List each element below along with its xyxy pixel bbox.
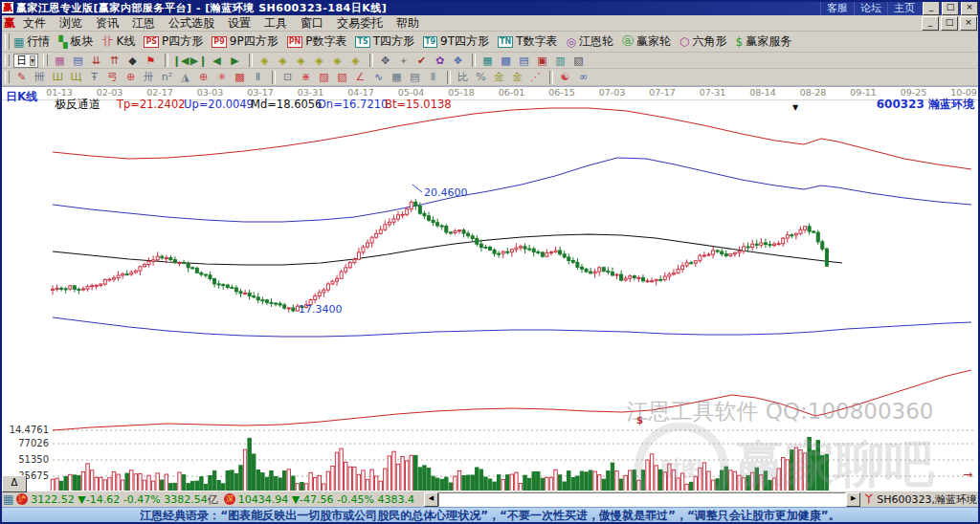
list-tool-icon[interactable]: ▤ [407,70,423,84]
expand-bars-icon[interactable]: ⇈ [106,54,122,68]
compare-icon[interactable]: 比 [455,70,471,84]
child-close-button[interactable]: × [960,16,977,31]
minimize-button[interactable]: _ [923,1,940,15]
zoom-diamond-left-icon[interactable]: ◈ [256,54,273,68]
square-numbers-icon[interactable]: n² [159,70,175,84]
wave-tool-icon[interactable]: ∿ [370,70,387,84]
horizontal-scrollbar[interactable]: ◀ ▶ [424,493,860,506]
kline-window-icon[interactable]: ▦ [52,54,68,68]
menu-item-news[interactable]: 资讯 [96,15,119,32]
infinity-icon[interactable]: ∞ [575,70,591,84]
grid-lines-icon[interactable]: 卌 [32,70,48,84]
zoom-diamond-center-icon[interactable]: ◈ [329,54,345,68]
gann-grid2-icon[interactable]: Щ [68,70,84,84]
gann-flower-icon[interactable]: ✿ [432,54,448,68]
box-select-icon[interactable]: ⊡ [279,70,296,84]
toolbar-gann-wheel-button[interactable]: ◎江恩轮 [567,33,613,50]
menu-item-window[interactable]: 窗口 [301,15,323,32]
toolbar-winner-service-button[interactable]: $赢家服务 [735,33,791,50]
scroll-right-icon[interactable]: ▶ [846,492,860,507]
calculator-icon[interactable]: ▩ [498,54,514,68]
child-minimize-button[interactable]: _ [922,16,939,31]
gann-grid-icon[interactable]: Ш [50,70,66,84]
expand-volume-button[interactable]: Δ [2,475,27,492]
zoom-diamond-right-icon[interactable]: ◈ [275,54,291,68]
menu-item-settings[interactable]: 设置 [228,15,251,32]
toolbar-p-square-button[interactable]: PSP四方形 [144,33,203,50]
star-burst-icon[interactable]: ✳ [213,70,230,84]
toolbar-sectors-button[interactable]: ▚板块 [58,33,93,50]
menu-item-file[interactable]: 文件 [23,15,46,32]
percent-tool-icon[interactable]: % [473,70,489,84]
menu-item-tools[interactable]: 工具 [264,15,287,32]
trend-check-icon[interactable]: ✔ [413,54,430,68]
crosshair-icon[interactable]: ＋ [395,54,412,68]
zoom-diamond-h-icon[interactable]: ◈ [293,54,309,68]
table-tool-icon[interactable]: ▦ [389,70,405,84]
speed-lines-icon[interactable]: ⋰ [527,70,544,84]
shrink-bars-icon[interactable]: ⇊ [88,54,104,68]
shaded-box-icon[interactable]: ▩ [232,70,248,84]
fill2-tool-icon[interactable]: ▧ [334,70,350,84]
period-day-dropdown[interactable]: 日▾ [13,54,38,68]
export-icon[interactable]: ▧ [570,54,587,68]
toolbar-9t-square-button[interactable]: T99T四方形 [423,33,489,50]
toolbar-hexagon-button[interactable]: ⬡六角形 [679,33,726,50]
pen-tool-icon[interactable]: ✎ [13,70,30,84]
t-square-tool-icon[interactable]: Ŧ [86,70,102,84]
chart-scroll-right-icon[interactable]: → [963,468,972,481]
golden-section-icon[interactable]: 金 [491,70,507,84]
scrollbar-track[interactable] [438,492,846,507]
pan-tool-icon[interactable]: ✥ [377,54,393,68]
menu-item-help[interactable]: 帮助 [396,15,419,32]
next-bar-icon[interactable]: ▶ [227,54,243,68]
caption-link-0[interactable]: 客服 [820,1,854,15]
channel-tool-icon[interactable]: Ⅱ [250,70,266,84]
menu-item-trade-order[interactable]: 交易委托 [337,15,383,32]
caption-link-2[interactable]: 主页 [887,1,921,15]
calendar-icon[interactable]: ▦ [479,54,496,68]
toolbar-p-number-table-button[interactable]: PNP数字表 [287,33,347,50]
quote-grid-icon[interactable]: ▦ [3,492,13,506]
fill-tool-icon[interactable]: ▨ [316,70,332,84]
caption-link-1[interactable]: 论坛 [854,1,887,15]
golden-box-icon[interactable]: 金 [509,70,525,84]
tab-daily-kline[interactable]: 日K线 [6,89,37,105]
gann-circle-icon[interactable]: ⊕ [195,70,212,84]
triangle-tool-icon[interactable]: ◮ [177,70,193,84]
last-page-icon[interactable]: ▶❙ [190,54,207,68]
circle-cross-icon[interactable]: ⊕ [122,70,139,84]
kline-chart-area[interactable]: 日K线 01-1302-0302-1703-0303-1703-3104-170… [0,86,980,491]
kline-chart-svg[interactable]: 01-1302-0302-1703-0303-1703-3104-1705-04… [0,87,980,491]
menu-item-gann[interactable]: 江恩 [132,15,155,32]
restore-button[interactable]: □ [942,1,959,15]
scroll-left-icon[interactable]: ◀ [424,492,438,507]
memo-icon[interactable]: ▤ [516,54,532,68]
arc-tool-icon[interactable]: 弓 [104,70,121,84]
parallel-lines-icon[interactable]: ⫴ [425,70,441,84]
toolbar-t-number-table-button[interactable]: TNT数字表 [498,33,558,50]
toolbar-quotes-button[interactable]: ▦行情 [13,33,50,50]
angle-tool-icon[interactable]: ∠ [352,70,368,84]
toolbar-9p-square-button[interactable]: P99P四方形 [212,33,278,50]
toolbar-winner-wheel-button[interactable]: ⓐ赢家轮 [622,33,671,50]
zoom-diamond-all-icon[interactable]: ◈ [347,54,364,68]
mark-flag-icon[interactable]: ⚑ [143,54,159,68]
zoom-diamond-v-icon[interactable]: ◈ [311,54,327,68]
save-icon[interactable]: ▣ [534,54,550,68]
globe-icon[interactable]: ▥ [552,54,568,68]
menu-item-browse[interactable]: 浏览 [59,15,82,32]
toolbar-t-square-button[interactable]: TST四方形 [355,33,414,50]
candle-style-icon[interactable]: ◆ [124,54,141,68]
yinyang-icon[interactable]: ☯ [557,70,573,84]
ray-fan-icon[interactable]: ⋇ [298,70,314,84]
child-restore-button[interactable]: □ [941,16,958,31]
prev-bar-icon[interactable]: ◀ [209,54,225,68]
pattern-icon[interactable]: ❖ [450,54,466,68]
info-panel-icon[interactable]: ▤ [70,54,86,68]
toolbar-kline-button[interactable]: 卝K线 [102,33,136,50]
time-cycles-icon[interactable]: 卅 [141,70,157,84]
close-button[interactable]: × [961,1,978,15]
menu-item-formula-stock-pick[interactable]: 公式选股 [168,15,214,32]
first-page-icon[interactable]: ❙◀ [172,54,189,68]
